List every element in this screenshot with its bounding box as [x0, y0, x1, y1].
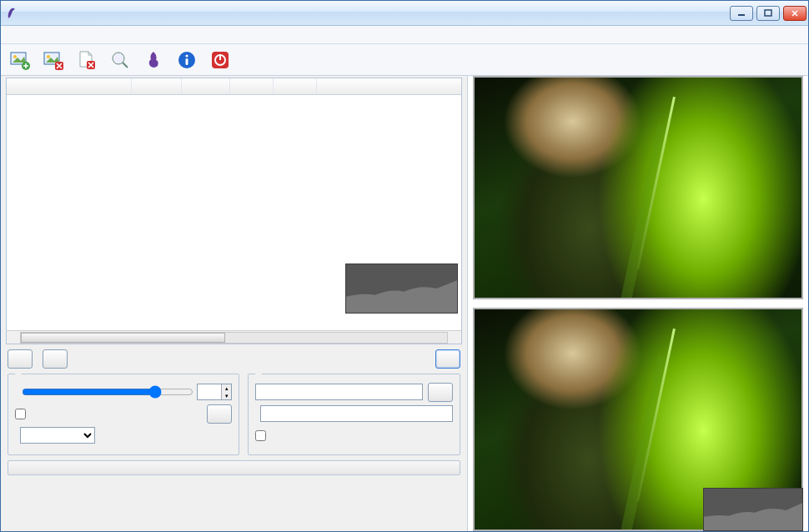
- quality-spinbox[interactable]: ▲▼: [197, 384, 232, 400]
- option-group: ▲▼: [8, 374, 239, 455]
- set-quality-button[interactable]: [207, 404, 232, 424]
- close-button[interactable]: [783, 6, 806, 21]
- menu-view[interactable]: [63, 33, 79, 37]
- body: ▲▼: [1, 76, 808, 531]
- minimize-button[interactable]: [730, 6, 753, 21]
- quality-value-input[interactable]: [198, 384, 221, 399]
- svg-point-6: [47, 55, 50, 58]
- remove-button[interactable]: [43, 349, 68, 369]
- histogram-overlay: [703, 488, 803, 531]
- output-path-input[interactable]: [255, 384, 423, 400]
- same-quality-checkbox[interactable]: [15, 409, 202, 419]
- file-table: [6, 78, 462, 344]
- svg-rect-12: [186, 58, 188, 65]
- remove-picture-icon[interactable]: [39, 47, 68, 73]
- col-size[interactable]: [132, 78, 182, 94]
- preview-original: [473, 76, 803, 299]
- menu-file[interactable]: [8, 33, 24, 37]
- power-icon[interactable]: [206, 47, 234, 73]
- magnifier-icon[interactable]: [106, 47, 134, 73]
- maximize-button[interactable]: [756, 6, 780, 21]
- list-buttons: [1, 348, 467, 374]
- left-pane: ▲▼: [1, 76, 468, 531]
- col-newsize[interactable]: [182, 78, 230, 94]
- spin-down-icon[interactable]: ▼: [221, 392, 231, 399]
- add-button[interactable]: [8, 349, 33, 369]
- col-quality[interactable]: [274, 78, 317, 94]
- menu-list[interactable]: [26, 33, 43, 37]
- output-group: [248, 374, 460, 455]
- preview-original-image: [475, 78, 801, 298]
- spin-up-icon[interactable]: ▲: [221, 384, 231, 392]
- flame-icon[interactable]: [139, 47, 168, 73]
- options-row: ▲▼: [1, 374, 467, 455]
- svg-point-9: [113, 53, 124, 64]
- suffix-input[interactable]: [260, 405, 453, 422]
- table-header: [7, 78, 461, 95]
- right-pane: [468, 76, 808, 531]
- same-dir-checkbox[interactable]: [255, 430, 269, 441]
- titlebar: [1, 1, 808, 26]
- col-path[interactable]: [317, 78, 461, 94]
- table-body[interactable]: [7, 95, 461, 330]
- browse-button[interactable]: [428, 383, 453, 402]
- app-window: ▲▼: [0, 0, 809, 532]
- histogram-thumbnail: [345, 263, 458, 314]
- toolbar: [1, 44, 808, 76]
- menu-actions[interactable]: [44, 33, 61, 37]
- quality-slider[interactable]: [20, 384, 192, 400]
- menu-help[interactable]: [81, 33, 98, 37]
- progress-bar: [8, 460, 460, 475]
- window-controls: [730, 6, 806, 21]
- app-icon: [6, 7, 19, 20]
- page-remove-icon[interactable]: [73, 47, 101, 73]
- horizontal-scrollbar[interactable]: [7, 330, 461, 344]
- svg-rect-0: [738, 14, 745, 16]
- svg-rect-1: [765, 10, 771, 16]
- preview-button[interactable]: [435, 349, 460, 369]
- info-icon[interactable]: [173, 47, 201, 73]
- svg-point-3: [13, 55, 17, 58]
- menubar: [1, 26, 808, 44]
- col-name[interactable]: [7, 78, 132, 94]
- svg-rect-15: [219, 54, 221, 60]
- format-combo[interactable]: [20, 427, 95, 444]
- svg-point-11: [185, 54, 188, 57]
- add-picture-icon[interactable]: [6, 47, 34, 73]
- col-ratio[interactable]: [230, 78, 274, 94]
